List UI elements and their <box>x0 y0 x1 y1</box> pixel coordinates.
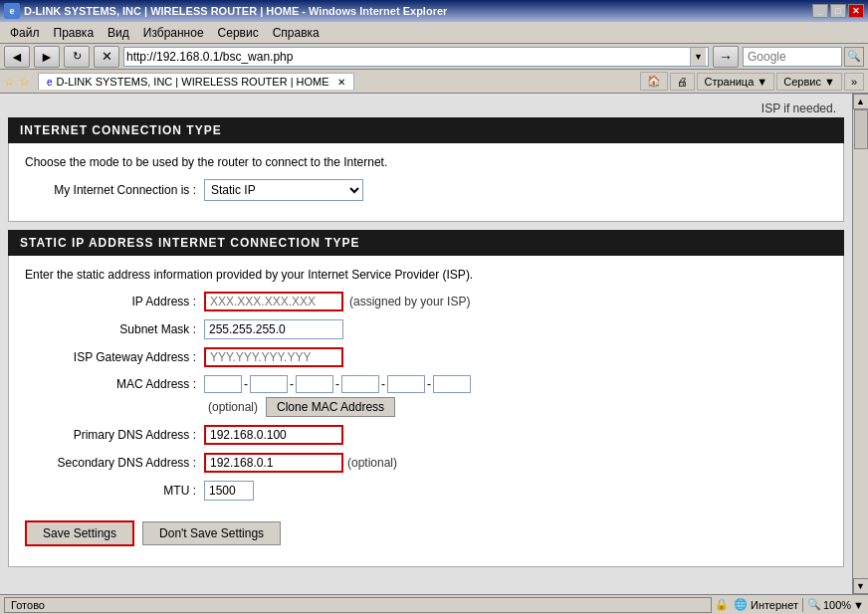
mac-optional-row: (optional) Clone MAC Address <box>25 397 827 417</box>
primary-dns-row: Primary DNS Address : <box>25 425 827 445</box>
secondary-dns-row: Secondary DNS Address : (optional) <box>25 453 827 473</box>
mac-sep-4: - <box>381 377 385 391</box>
scroll-down-arrow[interactable]: ▼ <box>853 578 869 594</box>
print-btn[interactable]: 🖨 <box>670 73 695 91</box>
lock-icon: 🔒 <box>714 597 730 613</box>
mac-field-3[interactable] <box>296 375 333 393</box>
secondary-dns-optional: (optional) <box>347 456 397 470</box>
primary-dns-input[interactable] <box>204 425 343 445</box>
menu-tools[interactable]: Сервис <box>212 24 265 42</box>
favorites-bar-right: 🏠 🖨 Страница ▼ Сервис ▼ » <box>640 72 864 91</box>
internet-globe-icon: 🌐 <box>734 598 748 611</box>
subnet-input[interactable] <box>204 319 343 339</box>
scroll-area[interactable]: ISP if needed. INTERNET CONNECTION TYPE … <box>0 94 852 594</box>
menu-edit[interactable]: Правка <box>48 24 101 42</box>
connection-label: My Internet Connection is : <box>25 183 204 197</box>
router-content: ISP if needed. INTERNET CONNECTION TYPE … <box>0 94 852 594</box>
add-favorite-star[interactable]: ☆ <box>4 75 15 89</box>
section2: STATIC IP ADDRESS INTERNET CONNECTION TY… <box>8 230 844 567</box>
stop-button[interactable]: ✕ <box>94 46 119 68</box>
buttons-row: Save Settings Don't Save Settings <box>25 512 827 554</box>
search-go-button[interactable]: 🔍 <box>844 47 864 67</box>
zoom-control[interactable]: 🔍 100% ▼ <box>807 598 864 611</box>
dont-save-settings-button[interactable]: Don't Save Settings <box>142 521 281 545</box>
mac-sep-3: - <box>335 377 339 391</box>
forward-button[interactable]: ► <box>34 46 60 68</box>
ip-label: IP Address : <box>25 295 204 308</box>
address-input[interactable] <box>126 50 690 64</box>
address-dropdown[interactable]: ▼ <box>690 48 706 66</box>
mac-field-6[interactable] <box>433 375 471 393</box>
home-icon-btn[interactable]: 🏠 <box>640 72 668 91</box>
zoom-dropdown-icon[interactable]: ▼ <box>853 599 864 611</box>
section1-header: INTERNET CONNECTION TYPE <box>8 117 844 143</box>
section1-body: Choose the mode to be used by the router… <box>8 143 844 222</box>
title-bar-buttons[interactable]: _ □ ✕ <box>812 4 864 18</box>
status-bar: Готово 🔒 🌐 Интернет 🔍 100% ▼ <box>0 594 868 614</box>
section1-description: Choose the mode to be used by the router… <box>25 155 827 169</box>
save-settings-button[interactable]: Save Settings <box>25 520 134 546</box>
mtu-label: MTU : <box>25 484 204 498</box>
ip-address-row: IP Address : (assigned by your ISP) <box>25 292 827 311</box>
service-label: Сервис <box>783 76 821 88</box>
mac-field-5[interactable] <box>387 375 425 393</box>
mac-optional-text: (optional) <box>208 400 258 414</box>
maximize-button[interactable]: □ <box>830 4 846 18</box>
minimize-button[interactable]: _ <box>812 4 828 18</box>
page-label: Страница <box>704 76 754 88</box>
main-area: ISP if needed. INTERNET CONNECTION TYPE … <box>0 94 868 594</box>
menu-help[interactable]: Справка <box>267 24 326 42</box>
section2-header: STATIC IP ADDRESS INTERNET CONNECTION TY… <box>8 230 844 256</box>
menu-favorites[interactable]: Избранное <box>137 24 210 42</box>
mac-label: MAC Address : <box>25 377 204 391</box>
scrollbar-right[interactable]: ▲ ▼ <box>852 94 868 594</box>
internet-label: Интернет <box>751 599 798 611</box>
mac-field-4[interactable] <box>341 375 379 393</box>
search-area: 🔍 <box>743 47 864 67</box>
zoom-icon: 🔍 <box>807 598 821 611</box>
primary-dns-label: Primary DNS Address : <box>25 428 204 442</box>
section1: INTERNET CONNECTION TYPE Choose the mode… <box>8 117 844 222</box>
secondary-dns-input[interactable] <box>204 453 343 473</box>
divider <box>802 598 803 612</box>
ip-hint: (assigned by your ISP) <box>349 295 470 308</box>
scroll-thumb[interactable] <box>854 109 868 149</box>
mac-field-1[interactable] <box>204 375 242 393</box>
secondary-dns-label: Secondary DNS Address : <box>25 456 204 470</box>
go-button[interactable]: → <box>713 46 739 68</box>
clone-mac-button[interactable]: Clone MAC Address <box>266 397 395 417</box>
gateway-row: ISP Gateway Address : <box>25 347 827 367</box>
page-btn[interactable]: Страница ▼ <box>697 73 774 91</box>
close-button[interactable]: ✕ <box>848 4 864 18</box>
menu-view[interactable]: Вид <box>102 24 135 42</box>
status-ready: Готово <box>4 597 712 613</box>
scroll-track[interactable] <box>854 109 868 578</box>
subnet-label: Subnet Mask : <box>25 322 204 336</box>
browser-tab[interactable]: e D-LINK SYSTEMS, INC | WIRELESS ROUTER … <box>38 73 354 90</box>
mac-sep-1: - <box>244 377 248 391</box>
add-favorite-star2[interactable]: ☆ <box>19 75 30 89</box>
mac-sep-5: - <box>427 377 431 391</box>
mac-field-2[interactable] <box>250 375 288 393</box>
title-bar-left: e D-LINK SYSTEMS, INC | WIRELESS ROUTER … <box>4 3 447 19</box>
menu-file[interactable]: Файл <box>4 24 46 42</box>
mac-sep-2: - <box>290 377 294 391</box>
ip-input[interactable] <box>204 292 343 311</box>
gateway-input[interactable] <box>204 347 343 367</box>
search-input[interactable] <box>743 47 842 67</box>
connection-select[interactable]: Dynamic IP (DHCP) Static IP PPPoE PPTP L… <box>204 179 363 201</box>
sidebar-hint: ISP if needed. <box>8 102 844 115</box>
scroll-up-arrow[interactable]: ▲ <box>853 94 869 109</box>
refresh-button[interactable]: ↻ <box>64 46 90 68</box>
back-button[interactable]: ◄ <box>4 46 30 68</box>
tab-close-icon[interactable]: ✕ <box>337 77 345 88</box>
subnet-row: Subnet Mask : <box>25 319 827 339</box>
mtu-input[interactable] <box>204 481 254 501</box>
service-btn[interactable]: Сервис ▼ <box>776 73 842 91</box>
mac-row: MAC Address : - - - - - <box>25 375 827 393</box>
mtu-row: MTU : <box>25 481 827 501</box>
gateway-label: ISP Gateway Address : <box>25 350 204 364</box>
more-btn[interactable]: » <box>844 73 864 91</box>
status-right: 🔒 🌐 Интернет 🔍 100% ▼ <box>714 597 864 613</box>
window-title: D-LINK SYSTEMS, INC | WIRELESS ROUTER | … <box>24 5 447 17</box>
